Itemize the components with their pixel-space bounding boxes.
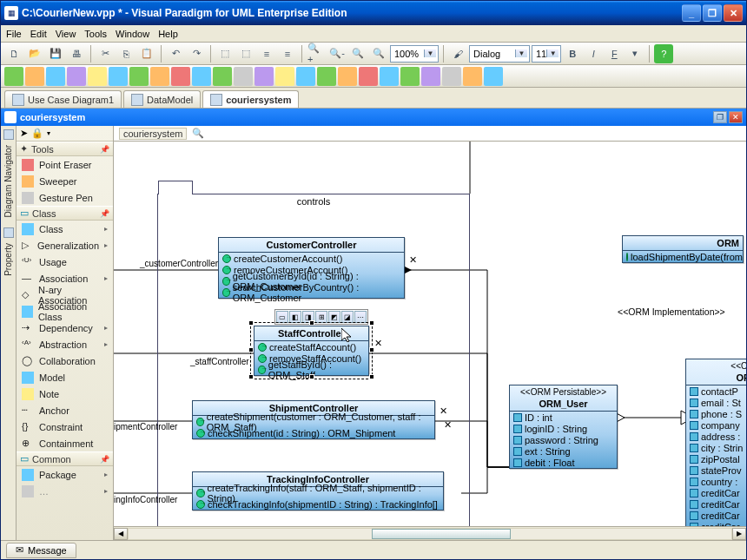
tb-paste-icon[interactable]: 📋 (137, 44, 156, 63)
diag-btn-11-icon[interactable] (213, 67, 232, 86)
diag-btn-19-icon[interactable] (380, 67, 399, 86)
breadcrumb-item[interactable]: couriersystem (119, 128, 187, 140)
diag-btn-21-icon[interactable] (421, 67, 440, 86)
scroll-thumb[interactable] (372, 529, 511, 539)
breadcrumb-search-icon[interactable]: 🔍 (192, 128, 204, 139)
diag-btn-8-icon[interactable] (150, 67, 169, 86)
lock-tool-icon[interactable]: 🔒 (31, 128, 43, 139)
tb-dd-icon[interactable]: ▾ (625, 44, 645, 63)
mt-3-icon[interactable]: ◨ (302, 311, 314, 323)
tool-usage[interactable]: ‹U›Usage (17, 254, 113, 270)
tool-assoc-class[interactable]: Association Class (17, 303, 113, 320)
tb-italic-icon[interactable]: I (584, 44, 603, 63)
menu-window[interactable]: Window (116, 29, 149, 39)
tb-align2-icon[interactable]: ≡ (278, 44, 297, 63)
font-combo[interactable]: Dialog▼ (469, 45, 530, 63)
tool-sweeper[interactable]: Sweeper (17, 173, 113, 189)
class-customer-controller[interactable]: CustomerController createCustomerAccount… (218, 237, 405, 299)
tb-align-icon[interactable]: ≡ (257, 44, 276, 63)
diag-btn-17-icon[interactable] (338, 67, 357, 86)
mt-2-icon[interactable]: ◧ (289, 311, 301, 323)
diag-btn-5-icon[interactable] (88, 67, 107, 86)
tool-containment[interactable]: ⊕Containment (17, 435, 113, 451)
diag-btn-13-icon[interactable] (255, 67, 274, 86)
tb-fontcolor-icon[interactable]: F (605, 44, 624, 63)
menu-help[interactable]: Help (158, 29, 178, 39)
selection-toolbar[interactable]: ▭ ◧ ◨ ⊞ ◩ ◪ ⋯ (274, 309, 368, 325)
tb-bold-icon[interactable]: B (563, 44, 582, 63)
tb-print-icon[interactable]: 🖶 (67, 44, 86, 63)
class-orm-top[interactable]: ORM loadShipmentByDate(from (622, 235, 744, 263)
tb-zoomfit-icon[interactable]: 🔍 (348, 44, 367, 63)
tab-datamodel[interactable]: DataModel (123, 90, 201, 108)
tb-new-icon[interactable]: 🗋 (4, 44, 23, 63)
group-class[interactable]: ▭Class📌 (17, 206, 113, 221)
diag-btn-23-icon[interactable] (463, 67, 482, 86)
group-common[interactable]: ▭Common📌 (17, 451, 113, 466)
maximize-button[interactable]: ❐ (703, 4, 722, 22)
tb-redo-icon[interactable]: ↷ (187, 44, 206, 63)
tool-class[interactable]: Class▸ (17, 221, 113, 237)
close-button[interactable]: ✕ (724, 4, 743, 22)
diag-btn-14-icon[interactable] (275, 67, 294, 86)
diagram-canvas[interactable]: ✕ ✕ ✕ ✕ controls _customerController _st… (114, 142, 746, 526)
inner-close-button[interactable]: ✕ (729, 111, 743, 123)
diag-btn-9-icon[interactable] (171, 67, 190, 86)
tool-dependency[interactable]: ⇢Dependency▸ (17, 320, 113, 336)
scroll-right-icon[interactable]: ▶ (732, 528, 746, 540)
message-tab[interactable]: ✉ Message (6, 543, 76, 558)
tb-ungroup-icon[interactable]: ⬚ (236, 44, 255, 63)
inner-restore-button[interactable]: ❐ (713, 111, 727, 123)
zoom-combo[interactable]: 100%▼ (390, 45, 439, 63)
diag-btn-20-icon[interactable] (400, 67, 420, 86)
tool-constraint[interactable]: {}Constraint (17, 418, 113, 435)
h-scrollbar[interactable]: ◀ ▶ (114, 526, 746, 540)
diag-btn-2-icon[interactable] (25, 67, 44, 86)
sidetab2-icon[interactable] (3, 227, 14, 238)
menu-file[interactable]: File (6, 29, 22, 39)
fontsize-combo[interactable]: 11▼ (532, 45, 561, 63)
group-tools[interactable]: ✦Tools📌 (17, 142, 113, 156)
diag-btn-18-icon[interactable] (359, 67, 378, 86)
diag-btn-10-icon[interactable] (192, 67, 211, 86)
pointer-tool-icon[interactable]: ➤ (20, 128, 28, 139)
menu-view[interactable]: View (56, 29, 76, 39)
mt-7-icon[interactable]: ⋯ (354, 311, 367, 323)
tool-gesture-pen[interactable]: Gesture Pen (17, 189, 113, 206)
class-orm-user[interactable]: <<ORM Persistable>> ORM_User ID : int lo… (509, 385, 618, 469)
tool-generalization[interactable]: ▷Generalization▸ (17, 237, 113, 254)
tool-collaboration[interactable]: ◯Collaboration (17, 352, 113, 369)
scroll-left-icon[interactable]: ◀ (114, 528, 128, 540)
minimize-button[interactable]: _ (682, 4, 701, 22)
sidetab-icon[interactable] (3, 129, 14, 140)
tb-open-icon[interactable]: 📂 (25, 44, 44, 63)
tb-group-icon[interactable]: ⬚ (215, 44, 235, 63)
tab-usecase[interactable]: Use Case Diagram1 (4, 90, 122, 108)
diag-btn-4-icon[interactable] (67, 67, 86, 86)
tb-save-icon[interactable]: 💾 (46, 44, 65, 63)
dropdown-tool-icon[interactable]: ▾ (47, 129, 50, 137)
tool-note[interactable]: Note (17, 385, 113, 402)
tb-cut-icon[interactable]: ✂ (96, 44, 115, 63)
tb-help-icon[interactable]: ? (654, 44, 673, 63)
tb-zoomout-icon[interactable]: 🔍- (327, 44, 347, 63)
diag-btn-7-icon[interactable] (129, 67, 149, 86)
class-staff-controller[interactable]: StaffController createStaffAccount() rem… (254, 326, 369, 376)
mt-6-icon[interactable]: ◪ (341, 311, 354, 323)
tb-zoomin-icon[interactable]: 🔍+ (307, 44, 326, 63)
diag-btn-24-icon[interactable] (484, 67, 503, 86)
diag-btn-22-icon[interactable] (442, 67, 461, 86)
menu-tools[interactable]: Tools (84, 29, 107, 39)
sidetab-navigator[interactable]: Diagram Navigator (3, 145, 13, 217)
sidetab-property[interactable]: Property (3, 243, 13, 276)
diag-btn-6-icon[interactable] (109, 67, 128, 86)
mt-4-icon[interactable]: ⊞ (315, 311, 327, 323)
tb-undo-icon[interactable]: ↶ (166, 44, 185, 63)
tool-anchor[interactable]: ┄Anchor (17, 402, 113, 418)
tb-copy-icon[interactable]: ⎘ (116, 44, 136, 63)
diag-btn-1-icon[interactable] (4, 67, 23, 86)
diag-btn-15-icon[interactable] (296, 67, 315, 86)
diag-btn-16-icon[interactable] (317, 67, 336, 86)
class-orm-right[interactable]: <<OR OR contactP email : St phone : S co… (685, 359, 746, 526)
tool-point-eraser[interactable]: Point Eraser (17, 156, 113, 173)
